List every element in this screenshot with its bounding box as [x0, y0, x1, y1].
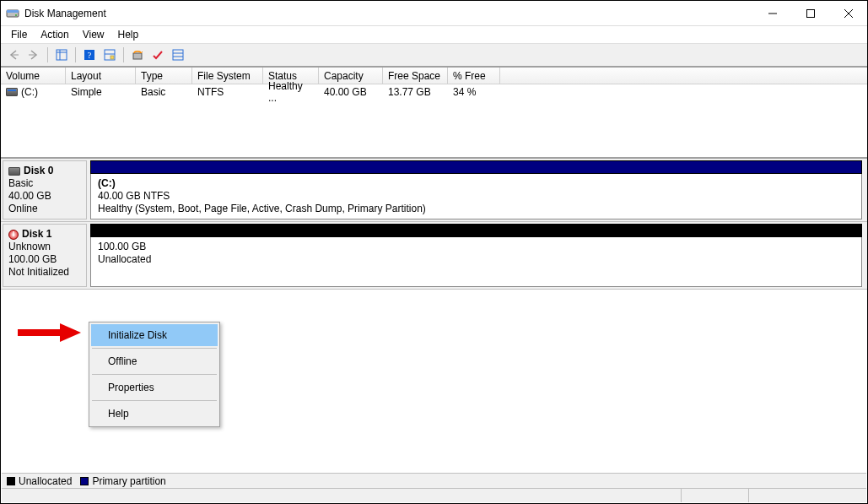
ctx-separator [92, 374, 217, 375]
legend-bar: Unallocated Primary partition [2, 473, 866, 488]
svg-rect-16 [173, 50, 183, 60]
svg-rect-7 [57, 50, 67, 60]
volume-type: Basic [136, 84, 192, 100]
volume-pct: 34 % [448, 84, 500, 100]
window-title: Disk Management [24, 8, 753, 19]
volume-name: (C:) [21, 86, 38, 98]
refresh-icon[interactable] [128, 46, 147, 64]
disk-info-panel[interactable]: Disk 0 Basic 40.00 GB Online [3, 160, 87, 219]
settings-view-icon[interactable] [100, 46, 119, 64]
disk-volume-title: (C:) [98, 177, 855, 190]
disk-graphics-pane: Disk 0 Basic 40.00 GB Online (C:) 40.00 … [1, 157, 867, 290]
disk-volume-line2: Unallocated [98, 253, 855, 266]
ctx-separator [92, 400, 217, 401]
nav-back-icon[interactable] [4, 46, 23, 64]
toolbar-separator [75, 47, 76, 62]
disk-volume-area[interactable]: 100.00 GB Unallocated [90, 224, 862, 287]
volume-list-pane: Volume Layout Type File System Status Ca… [1, 67, 867, 157]
status-bar [2, 488, 866, 502]
disk-name: Disk 1 [22, 228, 51, 241]
disk-type: Basic [8, 177, 81, 190]
minimize-button[interactable] [753, 1, 791, 25]
svg-point-2 [15, 14, 17, 16]
disk-volume-area[interactable]: (C:) 40.00 GB NTFS Healthy (System, Boot… [90, 160, 862, 219]
disk-volume-line1: 100.00 GB [98, 241, 855, 253]
disk-name: Disk 0 [24, 165, 53, 177]
volume-list-empty [1, 100, 867, 157]
drive-icon [6, 88, 18, 96]
ctx-properties[interactable]: Properties [91, 377, 218, 398]
volume-fs: NTFS [192, 84, 263, 100]
close-button[interactable] [829, 1, 867, 25]
disk-size: 100.00 GB [8, 253, 81, 266]
menu-help[interactable]: Help [111, 27, 146, 42]
menu-file[interactable]: File [4, 27, 34, 42]
title-bar: Disk Management [1, 1, 867, 26]
ctx-offline[interactable]: Offline [91, 350, 218, 372]
swatch-primary [80, 477, 89, 485]
disk-type: Unknown [8, 241, 81, 253]
svg-rect-4 [806, 9, 814, 17]
disk-bar-primary [90, 160, 862, 174]
disk-volume-line2: Healthy (System, Boot, Page File, Active… [98, 203, 855, 215]
ctx-initialize-disk[interactable]: Initialize Disk [91, 324, 218, 346]
svg-marker-20 [60, 323, 81, 342]
toolbar-separator [47, 47, 48, 62]
volume-row[interactable]: (C:) Simple Basic NTFS Healthy ... 40.00… [1, 84, 867, 100]
help-icon[interactable]: ? [80, 46, 99, 64]
status-segment [748, 489, 866, 502]
disk-row: Disk 0 Basic 40.00 GB Online (C:) 40.00 … [1, 159, 867, 222]
svg-rect-1 [7, 10, 19, 13]
col-header-freespace[interactable]: Free Space [383, 68, 448, 84]
col-header-pctfree[interactable]: % Free [448, 68, 500, 84]
menu-view[interactable]: View [76, 27, 111, 42]
legend-label: Primary partition [92, 475, 165, 487]
col-header-volume[interactable]: Volume [1, 68, 66, 84]
volume-status: Healthy ... [263, 79, 319, 106]
col-header-type[interactable]: Type [136, 68, 192, 84]
nav-forward-icon[interactable] [24, 46, 43, 64]
status-segment [681, 489, 748, 502]
status-segment [2, 489, 681, 502]
drive-icon [8, 167, 20, 176]
disk-bar-unallocated [90, 224, 862, 237]
disk-info-panel[interactable]: !Disk 1 Unknown 100.00 GB Not Initialize… [3, 224, 87, 287]
volume-name-cell: (C:) [1, 84, 66, 100]
legend-label: Unallocated [19, 475, 72, 487]
maximize-button[interactable] [791, 1, 829, 25]
apply-check-icon[interactable] [148, 46, 167, 64]
col-header-filler [500, 68, 867, 84]
annotation-arrow-icon [18, 323, 81, 342]
svg-rect-14 [111, 56, 114, 59]
volume-capacity: 40.00 GB [319, 84, 383, 100]
volume-layout: Simple [66, 84, 136, 100]
legend-primary: Primary partition [80, 475, 165, 487]
toolbar-separator [123, 47, 124, 62]
toolbar: ? [1, 43, 867, 67]
disk-size: 40.00 GB [8, 190, 81, 203]
col-header-layout[interactable]: Layout [66, 68, 136, 84]
warning-icon: ! [8, 230, 19, 240]
disk-state: Online [8, 203, 81, 215]
window-controls [753, 1, 867, 25]
disk-row: !Disk 1 Unknown 100.00 GB Not Initialize… [1, 222, 867, 290]
context-menu: Initialize Disk Offline Properties Help [89, 322, 220, 427]
volume-free: 13.77 GB [383, 84, 448, 100]
disk-state: Not Initialized [8, 266, 81, 279]
show-hide-tree-icon[interactable] [52, 46, 71, 64]
ctx-separator [92, 348, 217, 349]
svg-rect-15 [133, 53, 142, 59]
app-icon [6, 7, 19, 20]
menu-bar: File Action View Help [1, 26, 867, 43]
volume-list-header: Volume Layout Type File System Status Ca… [1, 68, 867, 84]
menu-action[interactable]: Action [34, 27, 75, 42]
col-header-filesystem[interactable]: File System [192, 68, 263, 84]
disk-volume-content: 100.00 GB Unallocated [90, 237, 862, 287]
properties-view-icon[interactable] [169, 46, 187, 64]
svg-text:?: ? [88, 51, 92, 60]
col-header-capacity[interactable]: Capacity [319, 68, 383, 84]
ctx-help[interactable]: Help [91, 403, 218, 425]
legend-unallocated: Unallocated [7, 475, 72, 487]
swatch-unallocated [7, 477, 15, 485]
disk-volume-content: (C:) 40.00 GB NTFS Healthy (System, Boot… [90, 174, 862, 219]
